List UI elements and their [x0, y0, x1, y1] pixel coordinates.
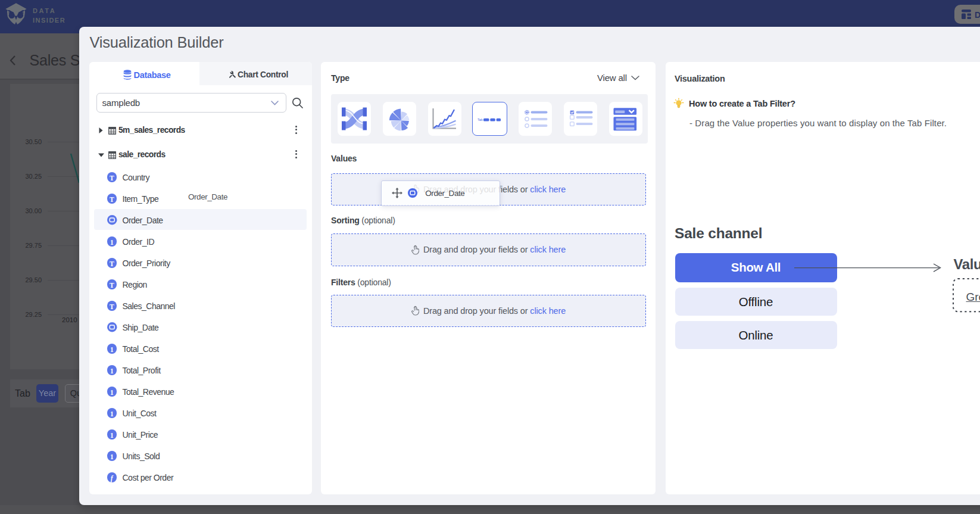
svg-text:Tab: Tab: [477, 118, 483, 122]
